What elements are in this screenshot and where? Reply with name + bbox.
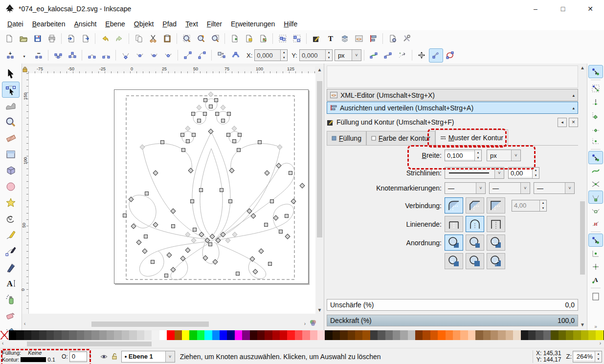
snap-object-centers-button[interactable] (588, 247, 603, 260)
palette-swatch[interactable] (310, 330, 317, 340)
paste-button[interactable] (160, 32, 174, 46)
palette-swatch[interactable] (370, 330, 378, 340)
palette-swatch[interactable] (325, 330, 332, 340)
tweak-tool[interactable] (2, 98, 20, 114)
tab-stroke-style[interactable]: Muster der Kontur (435, 129, 508, 145)
palette-swatch[interactable] (581, 330, 588, 340)
calligraphy-tool[interactable] (2, 259, 20, 275)
redo-button[interactable] (112, 32, 126, 46)
menu-filter[interactable]: Filter (202, 19, 226, 29)
palette-swatch[interactable] (378, 330, 385, 340)
snap-bbox-corners-button[interactable] (588, 108, 603, 121)
panel-scrollbar[interactable]: ▲ ▼ (579, 64, 586, 328)
palette-scrollbar[interactable]: ‹ › (0, 340, 604, 348)
spray-tool[interactable] (2, 291, 20, 307)
snap-page-border-button[interactable] (588, 290, 603, 303)
palette-swatch[interactable] (536, 330, 543, 340)
dock-xml-editor[interactable]: <> XML-Editor (Umschalt+Strg+X) ▴ (327, 89, 578, 101)
document-properties-button[interactable] (385, 32, 400, 46)
palette-swatch[interactable] (348, 330, 355, 340)
layers-dialog-button[interactable] (337, 32, 352, 46)
palette-swatch[interactable] (129, 330, 136, 340)
segment-curve-button[interactable] (195, 48, 209, 63)
palette-swatch[interactable] (159, 330, 167, 340)
palette-swatch[interactable] (144, 330, 152, 340)
palette-swatch[interactable] (543, 330, 551, 340)
dock-float-button[interactable]: ◂ (558, 118, 567, 127)
snap-cusp-nodes-button[interactable] (588, 191, 603, 204)
palette-swatch[interactable] (272, 330, 280, 340)
palette-swatch[interactable] (152, 330, 159, 340)
zoom-tool[interactable] (2, 114, 20, 130)
palette-swatch[interactable] (362, 330, 370, 340)
palette-swatch[interactable] (242, 330, 249, 340)
show-transform-handles-button[interactable] (415, 48, 429, 63)
palette-swatch[interactable] (491, 330, 498, 340)
delete-segment-button[interactable] (99, 48, 113, 63)
palette-swatch[interactable] (446, 330, 453, 340)
spiral-tool[interactable] (2, 211, 20, 227)
snap-bbox-button[interactable] (588, 82, 603, 95)
maximize-button[interactable]: □ (549, 0, 577, 18)
zoom-selection-button[interactable] (179, 32, 194, 46)
node-smooth-button[interactable] (133, 48, 147, 63)
palette-swatch[interactable] (566, 330, 573, 340)
palette-swatch[interactable] (265, 330, 272, 340)
palette-swatch[interactable] (54, 330, 61, 340)
cap-butt-button[interactable] (445, 216, 463, 232)
layer-lock-icon[interactable] (112, 353, 117, 360)
menu-hilfe[interactable]: Hilfe (279, 19, 302, 29)
node-symmetric-button[interactable] (147, 48, 161, 63)
palette-swatch[interactable] (430, 330, 438, 340)
cap-square-button[interactable] (487, 216, 505, 232)
menu-datei[interactable]: Datei (3, 19, 28, 29)
minimize-button[interactable]: – (522, 0, 549, 18)
palette-swatch[interactable] (355, 330, 362, 340)
measure-tool[interactable] (2, 130, 20, 146)
palette-swatch[interactable] (84, 330, 91, 340)
new-document-button[interactable] (2, 32, 16, 46)
palette-swatch[interactable] (114, 330, 121, 340)
join-round-button[interactable] (445, 197, 463, 214)
stroke-to-path-button[interactable] (228, 48, 243, 63)
zoom-drawing-button[interactable] (194, 32, 208, 46)
unlink-clone-button[interactable] (256, 32, 270, 46)
bezier-tool[interactable] (2, 243, 20, 259)
palette-swatch[interactable] (107, 330, 114, 340)
snap-line-midpoints-button[interactable]: H (588, 217, 603, 230)
palette-swatch[interactable] (24, 330, 31, 340)
delete-node-button[interactable]: − (31, 48, 45, 63)
snap-bbox-edge-midpoints-button[interactable] (588, 121, 603, 134)
edit-clipping-path-button[interactable] (367, 48, 381, 63)
palette-swatch[interactable] (220, 330, 227, 340)
order-5-button[interactable] (466, 253, 484, 269)
export-button[interactable] (78, 32, 92, 46)
palette-swatch[interactable] (257, 330, 265, 340)
insert-node-button[interactable]: + (3, 48, 17, 63)
snap-smooth-nodes-button[interactable] (588, 204, 603, 217)
menu-pfad[interactable]: Pfad (158, 19, 181, 29)
zoom-page-button[interactable] (208, 32, 222, 46)
palette-swatch[interactable] (559, 330, 566, 340)
order-2-button[interactable] (466, 235, 484, 251)
text-tool[interactable]: A (2, 275, 20, 291)
show-outline-button[interactable] (443, 48, 457, 63)
palette-swatch[interactable] (280, 330, 287, 340)
rectangle-tool[interactable] (2, 146, 20, 162)
palette-swatch[interactable] (596, 330, 603, 340)
palette-swatch[interactable] (287, 330, 294, 340)
node-tool[interactable] (2, 82, 20, 98)
join-nodes-button[interactable] (51, 48, 65, 63)
save-document-button[interactable] (30, 32, 45, 46)
palette-swatch[interactable] (31, 330, 39, 340)
selector-tool[interactable] (2, 65, 20, 82)
palette-swatch[interactable] (250, 330, 257, 340)
palette-swatch[interactable] (400, 330, 407, 340)
palette-swatch[interactable] (551, 330, 558, 340)
snap-bbox-centers-button[interactable] (588, 134, 603, 148)
menu-ebene[interactable]: Ebene (101, 19, 130, 29)
palette-swatch[interactable] (69, 330, 76, 340)
palette-swatch[interactable] (528, 330, 536, 340)
show-bezier-handles-button[interactable] (429, 48, 443, 63)
end-marker-select[interactable]: —˅ (534, 182, 575, 194)
